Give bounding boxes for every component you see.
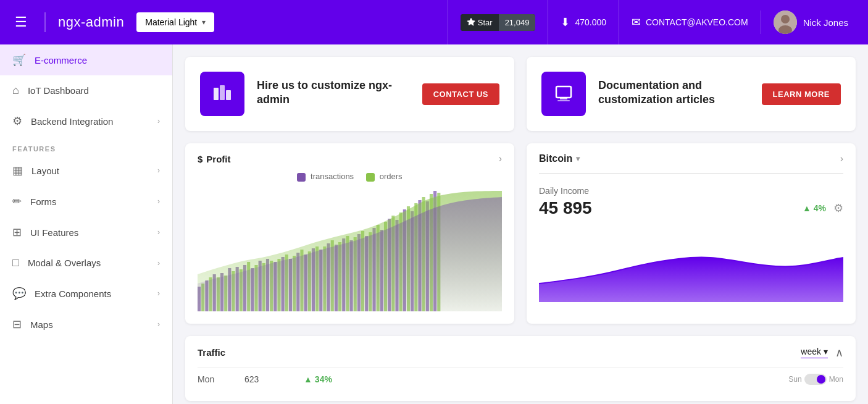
header-divider [44,12,46,32]
legend-transactions: transactions [297,172,354,182]
sidebar-label-maps: Maps [30,319,53,330]
sun-label: Sun [788,375,801,384]
bitcoin-dropdown[interactable]: Bitcoin ▾ [539,153,580,164]
email-group: ✉ CONTACT@AKVEO.COM [619,0,761,44]
avatar [774,11,797,34]
promo-left-icon [200,72,244,116]
profit-nav-arrow[interactable]: › [499,153,502,164]
backend-icon: ⚙ [12,114,22,128]
collapse-button[interactable]: ∧ [835,346,843,360]
menu-icon[interactable]: ☰ [10,9,32,35]
sidebar-label-modal: Modal & Overlays [28,258,101,268]
brand-name: ngx-admin [58,14,124,30]
week-label: week [801,347,821,356]
ui-icon: ⊞ [12,225,22,239]
promo-right-text: Documentation and customization articles [598,78,749,110]
github-star-button[interactable]: Star 21,049 [461,14,536,31]
sidebar-label-ui: UI Features [30,227,78,238]
download-group: ⬇ 470.000 [548,0,619,44]
promo-row: Hire us to customize ngx-admin CONTACT U… [185,57,856,131]
maps-icon: ⊟ [12,318,22,331]
bitcoin-card: Bitcoin ▾ › Daily Income 45 895 ▲ 4% ⚙ [527,143,856,324]
iot-icon: ⌂ [12,84,19,97]
traffic-bar-area: Sun Mon [788,374,843,385]
github-count: 21,049 [499,14,536,31]
chevron-down-icon: ▾ [202,18,206,27]
up-arrow-icon: ▲ [304,374,312,384]
chevron-right-icon: › [157,197,160,206]
bitcoin-nav-arrow[interactable]: › [840,153,843,164]
chevron-right-icon: › [157,166,160,175]
dollar-icon: $ [198,154,202,164]
sidebar-item-layout[interactable]: ▦ Layout › [0,155,172,186]
dashboard-row: $ Profit › transactions orders [185,143,856,324]
traffic-controls: week ▾ ∧ [801,346,843,360]
income-row: 45 895 ▲ 4% ⚙ [539,198,843,218]
promo-right-icon [541,72,586,116]
profit-card: $ Profit › transactions orders [185,143,514,324]
extra-icon: 💬 [12,287,26,300]
user-profile[interactable]: Nick Jones [761,11,858,34]
traffic-title: Traffic [198,347,225,358]
chevron-down-icon: ▾ [576,154,580,163]
svg-rect-5 [226,90,231,100]
email-icon: ✉ [632,15,641,29]
learn-more-button[interactable]: LEARN MORE [762,83,841,105]
header: ☰ ngx-admin Material Light ▾ Star 21,049… [0,0,868,44]
sidebar-item-modal[interactable]: □ Modal & Overlays › [0,248,172,278]
chevron-right-icon: › [157,320,160,329]
traffic-count: 623 [244,374,294,384]
svg-rect-7 [560,98,567,99]
toggle-thumb [817,375,825,384]
sidebar-item-iot[interactable]: ⌂ IoT Dashboard [0,75,172,106]
profit-card-header: $ Profit › [198,153,502,164]
sidebar-item-ui-features[interactable]: ⊞ UI Features › [0,217,172,248]
download-icon: ⬇ [561,15,570,29]
sidebar-label-extra: Extra Components [35,288,111,299]
orders-dot [366,173,375,182]
up-arrow-icon: ▲ [803,203,811,213]
income-section: Daily Income 45 895 ▲ 4% ⚙ [539,186,843,218]
email-label: CONTACT@AKVEO.COM [646,17,748,27]
sidebar-item-maps[interactable]: ⊟ Maps › [0,309,172,340]
theme-selector[interactable]: Material Light ▾ [136,12,214,32]
chevron-right-icon: › [157,228,160,237]
svg-point-1 [781,15,790,23]
promo-card-right: Documentation and customization articles… [527,57,856,131]
settings-icon[interactable]: ⚙ [833,201,843,215]
sidebar-item-ecommerce[interactable]: 🛒 E-commerce [0,44,172,75]
sidebar-label-layout: Layout [31,166,59,176]
mini-toggle: Sun Mon [788,374,843,385]
income-value: 45 895 [539,198,592,218]
features-section-label: FEATURES [0,137,172,155]
forms-icon: ✏ [12,195,22,208]
sidebar-label-iot: IoT Dashboard [28,85,89,96]
badge-pct: 4% [814,203,826,213]
transactions-area [198,197,502,311]
traffic-header: Traffic week ▾ ∧ [198,346,843,360]
svg-rect-3 [214,88,219,100]
contact-us-button[interactable]: CONTACT US [422,83,499,105]
sidebar-label-ecommerce: E-commerce [35,55,87,65]
download-label: 470.000 [575,17,606,27]
bitcoin-area-fill [539,258,843,302]
week-selector[interactable]: week ▾ [801,347,828,358]
toggle-track[interactable] [804,374,827,385]
svg-rect-8 [557,100,570,101]
mon-label: Mon [829,375,843,384]
chevron-right-icon: › [157,289,160,298]
promo-left-text: Hire us to customize ngx-admin [257,78,410,110]
income-badge: ▲ 4% [803,203,826,213]
sidebar-item-forms[interactable]: ✏ Forms › [0,186,172,217]
main-content: Hire us to customize ngx-admin CONTACT U… [173,44,868,404]
bitcoin-chart [539,228,843,302]
chevron-right-icon: › [157,259,160,267]
sidebar-item-backend[interactable]: ⚙ Backend Integration › [0,106,172,137]
legend-orders: orders [366,172,402,182]
profit-chart [198,188,502,311]
theme-label: Material Light [145,17,197,27]
traffic-day: Mon [198,374,235,384]
sidebar-item-extra[interactable]: 💬 Extra Components › [0,278,172,309]
svg-rect-6 [556,86,571,98]
traffic-row-mon: Mon 623 ▲ 34% Sun Mon [198,367,843,391]
